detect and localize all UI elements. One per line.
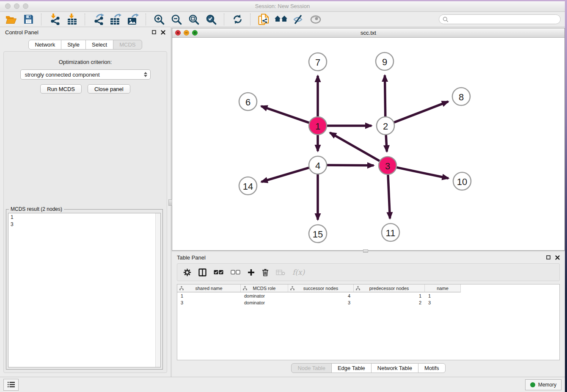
cell-shared-name[interactable]: 3 (177, 300, 241, 305)
cell-successor-nodes[interactable]: 3 (288, 300, 354, 305)
add-column-plus-icon[interactable] (248, 269, 255, 276)
graph-edge-4-3[interactable] (326, 165, 374, 166)
graph-edge-3-11[interactable] (388, 174, 390, 218)
graph-node-label: 14 (243, 181, 253, 192)
cell-mcds-role[interactable]: dominator (241, 293, 288, 298)
column-header-mcds-role[interactable]: MCDS role (241, 284, 288, 293)
main-titlebar: Session: New Session (0, 1, 565, 12)
cell-successor-nodes[interactable]: 4 (288, 293, 354, 298)
vertical-splitter-grip[interactable] (168, 199, 172, 206)
graph-node-label: 7 (315, 57, 320, 68)
float-panel-icon[interactable] (152, 30, 156, 34)
control-panel-header: Control Panel (0, 27, 171, 38)
cell-name[interactable]: 1 (425, 293, 461, 298)
status-bar: Memory (0, 377, 565, 392)
float-panel-icon[interactable] (546, 255, 550, 259)
zoom-out-icon[interactable] (170, 13, 183, 26)
network-zoom-button[interactable] (192, 30, 198, 36)
zoom-in-icon[interactable] (152, 13, 166, 26)
refresh-icon[interactable] (231, 13, 244, 26)
mcds-result-text[interactable]: 1 3 (8, 213, 161, 367)
table-row[interactable]: 1 dominator 4 1 1 (177, 293, 559, 299)
graph-edge-1-6[interactable] (261, 106, 310, 123)
delete-column-trash-icon[interactable] (262, 268, 269, 276)
close-panel-button[interactable]: Close panel (88, 84, 130, 94)
save-session-icon[interactable] (22, 13, 35, 26)
tab-motifs[interactable]: Motifs (418, 363, 446, 373)
tab-node-table[interactable]: Node Table (291, 363, 332, 373)
network-close-button[interactable] (175, 30, 181, 36)
zoom-fit-icon[interactable] (187, 13, 201, 26)
panel-menu-button[interactable] (3, 379, 19, 391)
graph-node-label: 10 (457, 177, 467, 187)
node-table: shared name MCDS role successor nodes (177, 284, 560, 360)
show-all-icon[interactable] (309, 13, 322, 26)
tab-edge-table[interactable]: Edge Table (331, 363, 372, 373)
result-scrollbar[interactable] (155, 213, 160, 367)
toolbar-separator (146, 14, 146, 25)
graph-edge-2-9[interactable] (385, 75, 385, 118)
close-panel-icon[interactable] (161, 30, 165, 35)
cell-shared-name[interactable]: 1 (177, 293, 241, 298)
graph-node-label: 4 (315, 160, 320, 171)
criterion-dropdown[interactable]: strongly connected component (20, 69, 151, 80)
mcds-panel: Optimization criterion: strongly connect… (3, 51, 167, 373)
memory-button-label: Memory (538, 382, 556, 388)
open-session-icon[interactable] (4, 13, 18, 26)
clone-network-icon[interactable] (257, 13, 270, 26)
tab-network-table[interactable]: Network Table (371, 363, 418, 373)
table-panel: Table Panel (172, 252, 565, 377)
export-network-icon[interactable] (91, 13, 105, 26)
cell-name[interactable]: 3 (425, 300, 461, 305)
toolbar-separator (224, 14, 225, 25)
graph-edge-3-10[interactable] (396, 167, 449, 178)
tab-style[interactable]: Style (61, 40, 86, 50)
export-image-icon[interactable] (126, 13, 140, 26)
minimize-window-button[interactable] (14, 3, 19, 9)
network-minimize-button[interactable] (184, 30, 189, 36)
column-header-name[interactable]: name (425, 284, 461, 293)
tab-network[interactable]: Network (28, 40, 61, 50)
column-header-shared-name[interactable]: shared name (177, 284, 241, 293)
unselect-all-icon[interactable] (231, 270, 240, 275)
mcds-result-title: MCDS result (2 nodes) (9, 206, 64, 212)
import-network-icon[interactable] (48, 13, 61, 26)
column-header-successor-nodes[interactable]: successor nodes (288, 284, 354, 293)
import-table-icon[interactable] (65, 13, 79, 26)
graph-edge-2-3[interactable] (386, 134, 387, 152)
search-input[interactable] (451, 16, 557, 23)
close-window-button[interactable] (5, 3, 11, 9)
table-settings-gear-icon[interactable] (183, 268, 191, 276)
window-title: Session: New Session (0, 1, 565, 11)
network-canvas[interactable]: 1234678910111415 (172, 38, 564, 250)
memory-button[interactable]: Memory (525, 379, 561, 390)
cell-mcds-role[interactable]: dominator (241, 300, 288, 305)
zoom-window-button[interactable] (23, 3, 28, 9)
hierarchy-icon (356, 286, 360, 290)
search-icon (443, 17, 449, 22)
run-mcds-button[interactable]: Run MCDS (40, 84, 82, 94)
column-header-predecessor-nodes[interactable]: predecessor nodes (354, 284, 425, 293)
close-panel-icon[interactable] (555, 255, 560, 260)
show-columns-icon[interactable] (198, 268, 206, 276)
graph-edge-4-14[interactable] (261, 167, 310, 182)
tab-mcds[interactable]: MCDS (113, 40, 142, 50)
cell-predecessor-nodes[interactable]: 2 (354, 300, 425, 305)
export-table-icon[interactable] (109, 13, 122, 26)
table-row[interactable]: 3 dominator 3 2 3 (177, 299, 559, 306)
search-field[interactable] (439, 14, 561, 24)
tab-select[interactable]: Select (85, 40, 113, 50)
toolbar-separator (250, 14, 251, 25)
cell-predecessor-nodes[interactable]: 1 (354, 293, 425, 298)
hide-selected-icon[interactable] (292, 13, 305, 26)
horizontal-splitter-grip[interactable] (363, 249, 368, 253)
graph-edge-2-8[interactable] (393, 102, 448, 123)
zoom-selected-icon[interactable] (204, 13, 218, 26)
toolbar-separator (85, 14, 85, 25)
delete-table-icon-disabled (276, 269, 285, 276)
graph-edge-3-1[interactable] (330, 133, 381, 161)
nested-networks-icon[interactable] (274, 13, 288, 26)
memory-status-dot (530, 382, 535, 387)
select-all-icon[interactable] (214, 270, 223, 275)
mcds-result-line: 3 (11, 221, 158, 228)
